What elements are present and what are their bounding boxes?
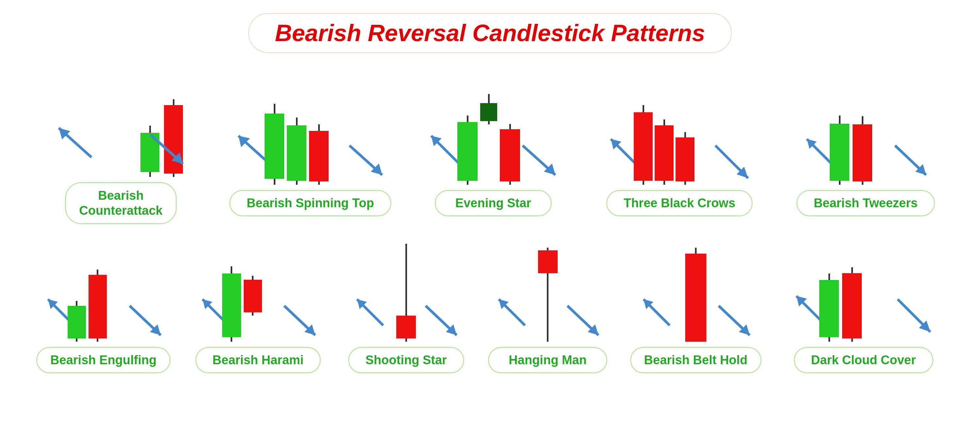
bearish-tweezers-label-oval: Bearish Tweezers xyxy=(796,190,935,216)
bearish-tweezers-visual xyxy=(800,80,931,185)
evening-star-label-oval: Evening Star xyxy=(435,190,552,216)
down-arrow-icon xyxy=(147,131,189,170)
down-arrow-belt-icon xyxy=(715,302,755,342)
bearish-counterattack-visual xyxy=(52,73,189,177)
pattern-bearish-harami: Bearish Harami xyxy=(189,244,327,374)
bearish-counterattack-label: BearishCounterattack xyxy=(79,188,163,218)
pattern-bearish-tweezers: Bearish Tweezers xyxy=(791,80,941,216)
bearish-spinning-top-label: Bearish Spinning Top xyxy=(247,196,374,210)
title-oval: Bearish Reversal Candlestick Patterns xyxy=(248,13,732,53)
bearish-engulfing-visual xyxy=(41,244,165,342)
up-arrow-star-icon xyxy=(350,293,390,332)
down-arrow-hanging-icon xyxy=(564,302,603,342)
hanging-man-visual xyxy=(492,244,603,342)
bearish-spinning-top-label-oval: Bearish Spinning Top xyxy=(229,190,391,216)
bearish-harami-visual xyxy=(196,244,320,342)
bearish-belt-hold-label: Bearish Belt Hold xyxy=(644,353,748,367)
dark-cloud-cover-label-oval: Dark Cloud Cover xyxy=(794,347,933,374)
bearish-harami-label: Bearish Harami xyxy=(213,353,304,367)
pattern-evening-star: Evening Star xyxy=(418,80,568,216)
pattern-bearish-spinning-top: Bearish Spinning Top xyxy=(229,80,392,216)
title-wrapper: Bearish Reversal Candlestick Patterns xyxy=(0,0,980,53)
shooting-star-label-oval: Shooting Star xyxy=(348,347,464,374)
pattern-dark-cloud-cover: Dark Cloud Cover xyxy=(782,244,945,374)
bearish-engulfing-label-oval: Bearish Engulfing xyxy=(36,347,170,374)
down-arrow-star-icon xyxy=(422,302,461,342)
pattern-three-black-crows: Three Black Crows xyxy=(595,80,764,216)
shooting-star-label: Shooting Star xyxy=(366,353,447,367)
bearish-engulfing-label: Bearish Engulfing xyxy=(50,353,156,367)
bearish-counterattack-label-oval: BearishCounterattack xyxy=(65,182,177,224)
down-arrow-cloud-icon xyxy=(894,296,937,339)
hanging-man-label: Hanging Man xyxy=(509,353,587,367)
bearish-belt-hold-visual xyxy=(637,244,755,342)
up-arrow-hanging-icon xyxy=(492,293,531,332)
three-black-crows-label: Three Black Crows xyxy=(624,196,735,210)
pattern-bearish-belt-hold: Bearish Belt Hold xyxy=(627,244,764,374)
down-arrow-evening-icon xyxy=(519,142,562,182)
pattern-shooting-star: Shooting Star xyxy=(344,244,468,374)
shooting-star-visual xyxy=(350,244,461,342)
up-arrow-icon xyxy=(52,121,98,167)
down-arrow-tweezers-icon xyxy=(892,142,931,182)
down-right-arrow-icon xyxy=(346,142,389,182)
three-black-crows-visual xyxy=(605,80,755,185)
hanging-man-label-oval: Hanging Man xyxy=(488,347,607,374)
pattern-hanging-man: Hanging Man xyxy=(486,244,610,374)
evening-star-visual xyxy=(425,80,562,185)
pattern-bearish-counterattack: BearishCounterattack xyxy=(39,73,202,224)
page: { "title": "Bearish Reversal Candlestick… xyxy=(0,0,980,437)
dark-cloud-cover-label: Dark Cloud Cover xyxy=(811,353,916,367)
down-arrow-crows-icon xyxy=(712,142,755,185)
evening-star-label: Evening Star xyxy=(455,196,531,210)
bearish-belt-hold-label-oval: Bearish Belt Hold xyxy=(630,347,762,374)
down-arrow-harami-icon xyxy=(281,302,320,342)
main-title: Bearish Reversal Candlestick Patterns xyxy=(275,20,705,46)
up-arrow-belt-icon xyxy=(637,293,676,332)
dark-cloud-cover-visual xyxy=(790,244,937,342)
bearish-harami-label-oval: Bearish Harami xyxy=(195,347,321,374)
down-arrow-engulfing-icon xyxy=(126,302,165,342)
pattern-bearish-engulfing: Bearish Engulfing xyxy=(35,244,172,374)
bearish-tweezers-label: Bearish Tweezers xyxy=(814,196,918,210)
three-black-crows-label-oval: Three Black Crows xyxy=(606,190,752,216)
bearish-spinning-top-visual xyxy=(232,80,389,185)
